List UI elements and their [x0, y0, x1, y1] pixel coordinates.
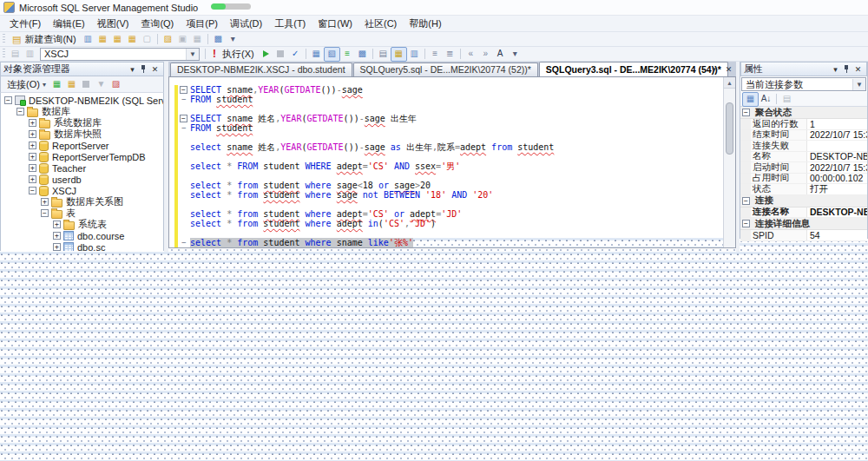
collapse-icon[interactable]: − [742, 197, 750, 205]
menu-item-q[interactable]: 查询(Q) [135, 16, 180, 31]
tree-item-[interactable]: +数据库快照 [1, 128, 163, 140]
open-file-icon[interactable]: ▨ [161, 33, 175, 46]
tree-item-teacher[interactable]: +Teacher [1, 162, 163, 174]
property-row[interactable]: 返回的行数1 [740, 119, 867, 130]
close-icon[interactable]: ✕ [149, 63, 161, 75]
connect-server-icon[interactable]: ▦ [49, 78, 64, 91]
tree-item-reportservertempdb[interactable]: +ReportServerTempDB [1, 151, 163, 162]
save-all-icon[interactable]: ▦ [190, 33, 205, 46]
expand-icon[interactable]: + [53, 243, 61, 251]
connect-icon[interactable]: ▤ [8, 48, 23, 61]
window-position-chevron-icon[interactable]: ▾ [830, 63, 841, 75]
menu-item-f[interactable]: 文件(F) [3, 16, 47, 31]
expand-icon[interactable]: + [53, 232, 61, 240]
activity-monitor-icon[interactable]: ▨ [108, 78, 123, 91]
results-to-text-icon[interactable]: ▤ [376, 48, 391, 61]
menu-item-c[interactable]: 社区(C) [358, 16, 403, 31]
property-value[interactable]: 2022/10/7 15:33:36 [807, 129, 867, 140]
property-value[interactable]: 2022/10/7 15:33:36 [807, 162, 867, 173]
menu-item-v[interactable]: 视图(V) [91, 16, 135, 31]
property-row[interactable]: 结束时间2022/10/7 15:33:36 [740, 130, 867, 142]
results-to-grid-icon[interactable]: ▦ [391, 47, 407, 62]
categorized-icon[interactable]: ▦ [742, 92, 759, 107]
tree-item-dbo.sc[interactable]: +dbo.sc [1, 241, 163, 251]
alphabetical-icon[interactable]: A↓ [759, 93, 773, 106]
collapse-icon[interactable]: − [29, 187, 36, 194]
results-to-file-icon[interactable]: ▥ [407, 48, 422, 61]
editor-vertical-scrollbar[interactable]: ▲ [723, 77, 735, 247]
sqlcmd-mode-icon[interactable]: A [493, 48, 508, 61]
property-value[interactable]: 54 [807, 230, 867, 240]
tree-item-[interactable]: +系统表 [1, 219, 163, 230]
auto-hide-pin-icon[interactable] [138, 63, 149, 75]
collapse-icon[interactable]: − [4, 96, 12, 104]
collapse-icon[interactable]: − [41, 209, 49, 217]
disconnect-server-icon[interactable]: ▦ [64, 78, 79, 91]
decrease-indent-icon[interactable]: « [464, 48, 478, 61]
sql-editor[interactable]: −−−−− SELECT sname,YEAR(GETDATE())-sageF… [168, 76, 736, 248]
activity-monitor-icon[interactable]: ▩ [211, 33, 226, 46]
window-position-chevron-icon[interactable]: ▾ [127, 63, 138, 75]
property-section-连接详细信息[interactable]: −连接详细信息 [740, 218, 867, 230]
tree-item-dbo.course[interactable]: +dbo.course [1, 230, 163, 241]
menu-item-p[interactable]: 项目(P) [180, 16, 224, 31]
collapse-icon[interactable]: − [16, 108, 24, 115]
property-pages-icon[interactable]: ▤ [779, 93, 794, 106]
expand-icon[interactable]: + [29, 142, 36, 149]
property-row-partial[interactable] [740, 241, 867, 242]
property-row[interactable]: SPID54 [740, 230, 867, 241]
menu-item-e[interactable]: 编辑(E) [47, 16, 91, 31]
expand-icon[interactable]: + [29, 130, 36, 138]
connect-button[interactable]: 连接(O) ▾ [3, 78, 49, 91]
expand-icon[interactable]: + [41, 198, 49, 206]
properties-object-combo[interactable]: 当前连接参数 ▼ [741, 77, 866, 91]
debug-button[interactable] [259, 48, 273, 61]
filter-icon[interactable]: ▼ [94, 78, 108, 91]
stop-button[interactable] [273, 48, 288, 61]
toolbar-overflow-icon[interactable]: ▾ [508, 48, 523, 61]
property-value[interactable]: DESKTOP-NBME2IK [807, 207, 867, 217]
increase-indent-icon[interactable]: » [478, 48, 493, 61]
chevron-down-icon[interactable]: ▼ [186, 49, 199, 60]
available-databases-combo[interactable]: XSCJ ▼ [40, 48, 200, 61]
new-document-icon[interactable]: ▢ [140, 33, 155, 46]
parse-query-icon[interactable]: ✓ [288, 48, 303, 61]
include-actual-plan-icon[interactable]: ▩ [355, 48, 370, 61]
tab-inactive[interactable]: SQLQuery5.sql - DE...ME2IK\20774 (52))* [353, 63, 538, 76]
expand-icon[interactable]: + [29, 119, 36, 127]
auto-hide-pin-icon[interactable] [841, 63, 852, 75]
tab-active[interactable]: SQLQuery3.sql - DE...ME2IK\20774 (54))* [539, 62, 728, 76]
property-value[interactable]: DESKTOP-NBME2IK [807, 151, 867, 161]
analysis-mdx-query-icon[interactable]: ▦ [95, 33, 110, 46]
property-row[interactable]: 启动时间2022/10/7 15:33:36 [740, 162, 867, 174]
property-value[interactable]: 1 [807, 119, 867, 129]
new-query-button[interactable]: ▤ 新建查询(N) [8, 33, 81, 46]
change-connection-icon[interactable]: ▥ [23, 48, 37, 61]
expand-icon[interactable]: + [29, 153, 36, 161]
analysis-dmx-query-icon[interactable]: ▦ [110, 33, 125, 46]
tree-item-[interactable]: +数据库关系图 [1, 196, 163, 207]
close-document-icon[interactable]: ✕ [723, 63, 734, 75]
property-row[interactable]: 连接名称DESKTOP-NBME2IK [740, 207, 867, 219]
collapse-icon[interactable]: − [742, 109, 750, 116]
scroll-up-button[interactable]: ▲ [724, 77, 735, 89]
save-icon[interactable]: ▣ [175, 33, 190, 46]
comment-lines-icon[interactable]: ≡ [428, 48, 443, 61]
menu-item-w[interactable]: 窗口(W) [312, 16, 358, 31]
property-section-连接[interactable]: −连接 [740, 195, 867, 207]
menu-item-t[interactable]: 工具(T) [268, 16, 312, 31]
property-row[interactable]: 状态打开 [740, 184, 867, 195]
tree-item-userdb[interactable]: +userdb [1, 174, 163, 185]
outline-collapse-icon[interactable]: − [180, 86, 187, 94]
tree-item-reportserver[interactable]: +ReportServer [1, 140, 163, 151]
tab-list-chevron-icon[interactable]: ▾ [708, 63, 720, 75]
toolbar-grip[interactable] [3, 49, 5, 59]
property-row[interactable]: 连接失败 [740, 141, 867, 152]
stop-icon[interactable] [79, 78, 94, 91]
intellisense-icon[interactable]: ≡ [340, 48, 355, 61]
property-value[interactable]: 00:00:00.102 [807, 173, 867, 183]
toolbar-overflow-icon[interactable]: ▾ [226, 33, 240, 46]
expand-icon[interactable]: + [53, 221, 61, 228]
chevron-down-icon[interactable]: ▼ [852, 79, 865, 90]
outline-collapse-icon[interactable]: − [180, 115, 187, 122]
